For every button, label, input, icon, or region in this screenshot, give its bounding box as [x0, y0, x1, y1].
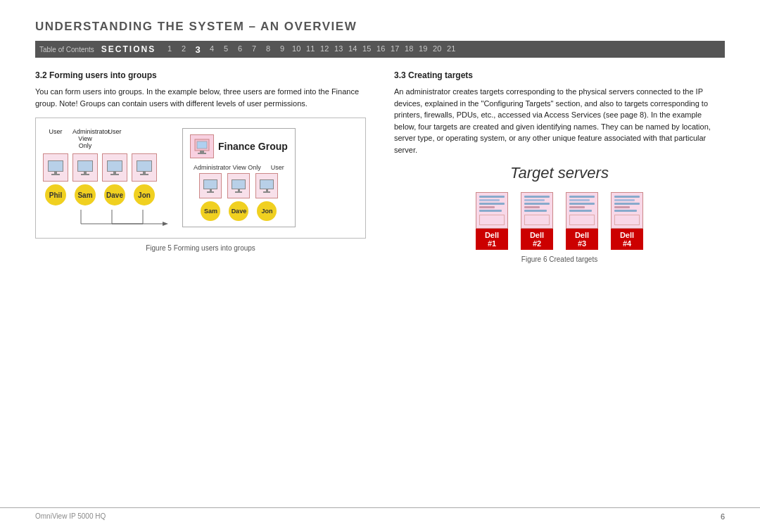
figure-5-area: User Administrator View Only User	[35, 118, 366, 239]
label-user1: User	[43, 128, 68, 149]
label-user2: User	[102, 128, 127, 149]
label-admin: Administrator View Only	[72, 128, 98, 149]
sections-label: SECTIONS	[101, 44, 156, 54]
page-title: UNDERSTANDING THE SYSTEM – AN OVERVIEW	[35, 20, 725, 34]
footer-product: OmniView IP 5000 HQ	[35, 512, 106, 521]
servers-row: Dell#1 Dell#2	[394, 192, 725, 250]
nav-num-14[interactable]: 14	[347, 44, 358, 55]
server-dell4: Dell#4	[611, 192, 643, 250]
server-icon-4	[611, 192, 643, 229]
nav-num-7[interactable]: 7	[248, 44, 260, 55]
avatar-sam: Sam	[75, 184, 96, 205]
user-col-phil: Phil	[43, 153, 68, 205]
finance-diagram: User Administrator View Only User	[43, 128, 358, 231]
fg-label-admin: Administrator View Only	[194, 164, 261, 171]
svg-marker-5	[163, 222, 168, 226]
server-dell1: Dell#1	[476, 192, 508, 250]
avatar-jon: Jon	[134, 184, 155, 205]
user-col-sam: Sam	[72, 153, 98, 205]
finance-group-box: Finance Group Administrator View Only Us…	[182, 128, 296, 227]
user-icon-dave	[102, 153, 127, 182]
nav-num-1[interactable]: 1	[164, 44, 175, 55]
content-columns: 3.2 Forming users into groups You can fo…	[35, 70, 725, 263]
nav-num-15[interactable]: 15	[361, 44, 372, 55]
user-icons-row: Phil Sam	[43, 153, 170, 205]
user-icon-sam	[72, 153, 98, 182]
nav-bar: Table of Contents SECTIONS 1234567891011…	[35, 41, 725, 58]
user-icon-jon	[132, 153, 157, 182]
nav-num-16[interactable]: 16	[375, 44, 386, 55]
nav-num-5[interactable]: 5	[220, 44, 232, 55]
svg-rect-9	[198, 153, 206, 154]
nav-num-3[interactable]: 3	[192, 44, 203, 55]
page-wrapper: UNDERSTANDING THE SYSTEM – AN OVERVIEW T…	[0, 0, 760, 291]
user-col-jon: Jon	[132, 153, 157, 205]
server-label-dell1: Dell#1	[476, 229, 508, 250]
fg-user-sam: Sam	[199, 173, 222, 221]
top-labels: User Administrator View Only User	[43, 128, 170, 149]
right-body-text: An administrator creates targets corresp…	[394, 86, 725, 156]
left-section-heading: 3.2 Forming users into groups	[35, 70, 366, 80]
nav-num-18[interactable]: 18	[403, 44, 414, 55]
fg-icon-jon	[255, 173, 278, 198]
fg-labels: Administrator View Only User	[194, 164, 284, 171]
fg-user-jon: Jon	[255, 173, 278, 221]
fg-user-dave: Dave	[227, 173, 250, 221]
fg-header: Finance Group	[190, 134, 288, 158]
server-dell2: Dell#2	[521, 192, 553, 250]
nav-num-4[interactable]: 4	[206, 44, 217, 55]
user-icon-phil	[43, 153, 68, 182]
svg-rect-7	[197, 141, 207, 148]
nav-num-19[interactable]: 19	[417, 44, 429, 55]
server-label-dell2: Dell#2	[521, 229, 553, 250]
col-right: 3.3 Creating targets An administrator cr…	[394, 70, 725, 263]
nav-num-20[interactable]: 20	[431, 44, 443, 55]
server-icon-2	[521, 192, 553, 229]
nav-num-17[interactable]: 17	[389, 44, 400, 55]
server-icon-3	[566, 192, 598, 229]
nav-num-21[interactable]: 21	[445, 44, 457, 55]
fg-title: Finance Group	[218, 141, 288, 152]
nav-num-11[interactable]: 11	[305, 44, 316, 55]
footer-page: 6	[721, 512, 725, 521]
fg-avatar-dave: Dave	[229, 201, 248, 221]
nav-num-12[interactable]: 12	[319, 44, 330, 55]
toc-label: Table of Contents	[39, 46, 94, 53]
connector-area	[43, 210, 170, 231]
svg-rect-8	[200, 151, 204, 153]
page-footer: OmniView IP 5000 HQ 6	[0, 507, 760, 521]
left-body-text: You can form users into groups. In the e…	[35, 86, 366, 109]
fg-icon-sam	[199, 173, 222, 198]
nav-num-2[interactable]: 2	[178, 44, 189, 55]
nav-num-8[interactable]: 8	[262, 44, 274, 55]
user-col-dave: Dave	[102, 153, 127, 205]
avatar-dave: Dave	[104, 184, 125, 205]
figure-6-caption: Figure 6 Created targets	[394, 255, 725, 263]
server-dell3: Dell#3	[566, 192, 598, 250]
avatar-phil: Phil	[45, 184, 66, 205]
target-servers-title: Target servers	[394, 164, 725, 182]
fg-group-icon	[190, 134, 214, 158]
connector-svg	[43, 210, 170, 231]
fg-label-user: User	[271, 164, 284, 171]
server-icon-1	[476, 192, 508, 229]
right-section-heading: 3.3 Creating targets	[394, 70, 725, 80]
nav-num-9[interactable]: 9	[277, 44, 288, 55]
fg-avatar-sam: Sam	[201, 201, 220, 221]
nav-num-6[interactable]: 6	[234, 44, 246, 55]
fg-icon-dave	[227, 173, 250, 198]
nav-num-13[interactable]: 13	[333, 44, 344, 55]
finance-group-container: Finance Group Administrator View Only Us…	[182, 128, 296, 227]
server-label-dell3: Dell#3	[566, 229, 598, 250]
fg-avatar-jon: Jon	[257, 201, 277, 221]
nav-numbers: 123456789101112131415161718192021	[164, 44, 457, 55]
server-label-dell4: Dell#4	[611, 229, 643, 250]
col-left: 3.2 Forming users into groups You can fo…	[35, 70, 366, 263]
target-servers-area: Target servers Dell#1	[394, 164, 725, 263]
nav-num-10[interactable]: 10	[291, 44, 302, 55]
figure-5-caption: Figure 5 Forming users into groups	[35, 244, 366, 252]
fg-users-row: Sam Dave	[199, 173, 278, 221]
top-users-group: User Administrator View Only User	[43, 128, 170, 231]
